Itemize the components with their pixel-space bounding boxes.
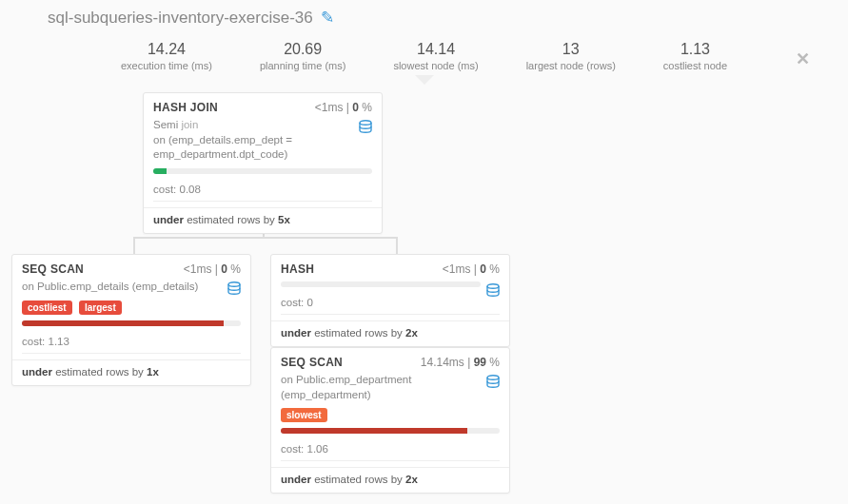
cost-bar xyxy=(153,168,372,174)
node-timing: <1ms | 0 % xyxy=(184,262,241,276)
node-cost: cost: 1.06 xyxy=(281,439,500,461)
stat-value: 14.24 xyxy=(121,41,212,58)
cost-bar xyxy=(281,428,500,434)
edit-icon[interactable]: ✎ xyxy=(321,8,334,28)
stat-planning-time: 20.69 planning time (ms) xyxy=(260,41,345,71)
cost-bar xyxy=(22,320,241,326)
database-icon[interactable] xyxy=(486,375,500,390)
plan-node-seq-scan-emp-details[interactable]: SEQ SCAN <1ms | 0 % on Public.emp_detail… xyxy=(11,254,251,386)
node-header: HASH <1ms | 0 % xyxy=(271,255,509,280)
node-header: SEQ SCAN 14.14ms | 99 % xyxy=(271,348,509,373)
node-operator: HASH JOIN xyxy=(153,101,218,114)
stat-value: 1.13 xyxy=(663,41,727,58)
node-timing: <1ms | 0 % xyxy=(315,101,372,114)
stat-largest-node: 13 largest node (rows) xyxy=(526,41,616,71)
node-header: SEQ SCAN <1ms | 0 % xyxy=(12,255,250,280)
stats-row: 14.24 execution time (ms) 20.69 planning… xyxy=(0,41,848,71)
connector-line xyxy=(133,237,398,239)
svg-point-1 xyxy=(228,282,240,287)
stat-slowest-node: 14.14 slowest node (ms) xyxy=(393,41,478,71)
node-timing: 14.14ms | 99 % xyxy=(421,356,500,369)
cost-bar-fill xyxy=(153,168,167,174)
stat-label: costliest node xyxy=(663,60,727,71)
node-description: Semi join on (emp_details.emp_dept = emp… xyxy=(153,118,372,163)
node-operator: HASH xyxy=(281,262,314,276)
cost-bar-fill xyxy=(281,428,467,434)
node-timing: <1ms | 0 % xyxy=(443,262,500,276)
node-cost: cost: 1.13 xyxy=(22,332,241,354)
node-estimate: under estimated rows by 2x xyxy=(271,467,509,493)
node-cost: cost: 0.08 xyxy=(153,180,372,202)
close-icon[interactable]: ✕ xyxy=(796,48,810,69)
database-icon[interactable] xyxy=(227,281,241,297)
title-bar: sql-subqueries-inventory-exercise-36 ✎ xyxy=(0,0,848,28)
node-description: on Public.emp_details (emp_details) xyxy=(22,280,241,295)
node-tags: slowest xyxy=(281,408,500,422)
stat-value: 20.69 xyxy=(260,41,345,58)
stat-label: planning time (ms) xyxy=(260,60,345,71)
tag-costliest: costliest xyxy=(22,300,72,315)
stat-label: slowest node (ms) xyxy=(393,60,478,71)
node-estimate: under estimated rows by 2x xyxy=(271,320,509,346)
tag-largest: largest xyxy=(79,300,122,315)
plan-node-seq-scan-emp-department[interactable]: SEQ SCAN 14.14ms | 99 % on Public.emp_de… xyxy=(270,347,510,494)
node-estimate: under estimated rows by 5x xyxy=(144,207,382,233)
plan-node-hash-join[interactable]: HASH JOIN <1ms | 0 % Semi join on (emp_d… xyxy=(143,92,383,234)
stat-label: largest node (rows) xyxy=(526,60,616,71)
connector-line xyxy=(133,237,135,254)
stat-label: execution time (ms) xyxy=(121,60,212,71)
stat-costliest-node: 1.13 costliest node xyxy=(663,41,727,71)
page-title: sql-subqueries-inventory-exercise-36 xyxy=(48,9,313,28)
node-operator: SEQ SCAN xyxy=(22,262,84,276)
svg-point-3 xyxy=(487,376,499,380)
connector-line xyxy=(396,237,398,254)
stat-value: 14.14 xyxy=(393,41,478,58)
svg-point-0 xyxy=(360,121,371,126)
node-tags: costliest largest xyxy=(22,300,241,315)
stat-value: 13 xyxy=(526,41,616,58)
node-cost: cost: 0 xyxy=(281,293,500,315)
node-estimate: under estimated rows by 1x xyxy=(12,359,250,385)
cost-bar-fill xyxy=(22,320,224,326)
stat-execution-time: 14.24 execution time (ms) xyxy=(121,41,212,71)
node-header: HASH JOIN <1ms | 0 % xyxy=(144,93,382,118)
tag-slowest: slowest xyxy=(281,408,327,422)
node-operator: SEQ SCAN xyxy=(281,356,343,369)
node-description: on Public.emp_department (emp_department… xyxy=(281,373,500,402)
plan-node-hash[interactable]: HASH <1ms | 0 % cost: 0 under estimated … xyxy=(270,254,510,347)
svg-point-2 xyxy=(487,284,499,289)
cost-bar xyxy=(281,281,481,287)
plan-canvas: HASH JOIN <1ms | 0 % Semi join on (emp_d… xyxy=(0,92,848,501)
stats-pointer-icon xyxy=(415,75,434,85)
database-icon[interactable] xyxy=(359,120,372,135)
database-icon[interactable] xyxy=(486,283,500,299)
